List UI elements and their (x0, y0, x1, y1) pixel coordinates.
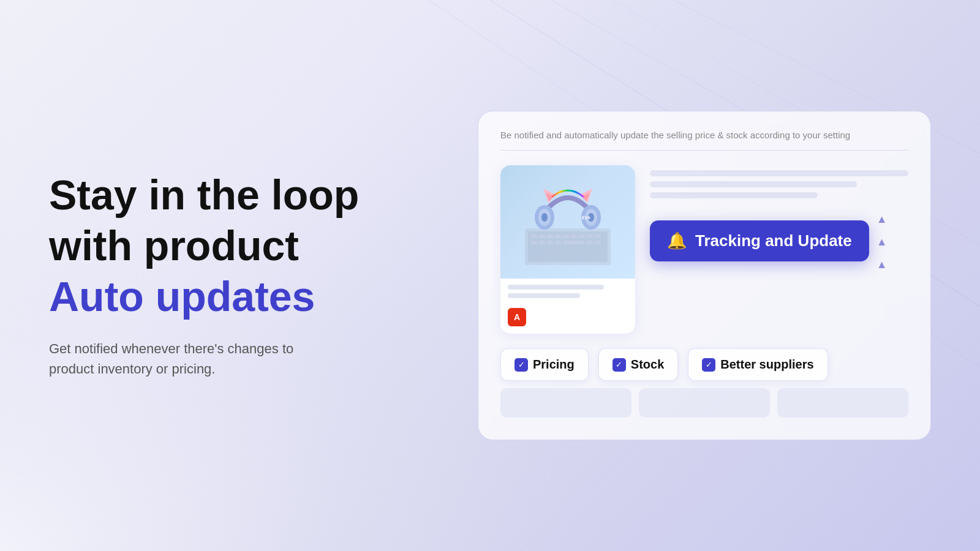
bar-row-3 (650, 192, 818, 198)
arrow-up-icon: ▲ (876, 213, 888, 226)
svg-rect-17 (595, 234, 601, 238)
aliexpress-logo: A (508, 308, 526, 326)
faded-box-1 (500, 388, 631, 418)
checkboxes-row: ✓ Pricing ✓ Stock ✓ Better suppliers (500, 348, 908, 381)
checkbox-stock[interactable]: ✓ Stock (598, 348, 678, 381)
card-right-content: 🔔 Tracking and Update ▲ ▲ ▲ (650, 165, 908, 271)
checkbox-label-suppliers: Better suppliers (720, 358, 813, 372)
svg-rect-14 (571, 234, 577, 238)
tracking-button-label: Tracking and Update (695, 231, 852, 250)
main-card: Be notified and automatically update the… (478, 111, 931, 440)
svg-rect-20 (547, 241, 553, 244)
svg-rect-12 (555, 234, 561, 238)
card-inner: EVA A (500, 165, 908, 334)
headline-accent: Auto updates (49, 273, 359, 319)
svg-rect-19 (539, 241, 545, 244)
tracking-button[interactable]: 🔔 Tracking and Update (650, 220, 869, 261)
bell-icon: 🔔 (667, 231, 687, 250)
svg-rect-11 (547, 234, 553, 238)
svg-rect-22 (563, 241, 584, 244)
card-subtitle: Be notified and automatically update the… (500, 130, 908, 151)
svg-rect-16 (587, 234, 593, 238)
arrows-column: ▲ ▲ ▲ (876, 211, 888, 271)
placeholder-bars (650, 170, 908, 198)
product-footer: A (500, 304, 635, 326)
check-icon-pricing: ✓ (514, 358, 528, 372)
svg-rect-18 (531, 241, 537, 244)
bar-row-1 (650, 170, 908, 176)
left-panel: Stay in the loop with product Auto updat… (49, 172, 359, 379)
right-panel: Be notified and automatically update the… (478, 111, 931, 440)
tracking-row: 🔔 Tracking and Update ▲ ▲ ▲ (650, 211, 908, 271)
arrow-down-icon: ▲ (876, 258, 888, 271)
svg-rect-10 (539, 234, 545, 238)
headline-line1: Stay in the loop (49, 172, 359, 218)
product-price-line (508, 293, 580, 298)
product-title-line (508, 285, 604, 290)
svg-rect-15 (579, 234, 585, 238)
checkbox-better-suppliers[interactable]: ✓ Better suppliers (688, 348, 827, 381)
check-icon-suppliers: ✓ (702, 358, 715, 372)
svg-rect-9 (531, 234, 537, 238)
svg-rect-13 (563, 234, 569, 238)
check-icon-stock: ✓ (612, 358, 626, 372)
svg-text:EVA: EVA (582, 216, 590, 220)
product-image: EVA (500, 165, 635, 279)
product-card: EVA A (500, 165, 635, 334)
svg-rect-23 (587, 241, 593, 244)
product-text-area (500, 279, 635, 304)
faded-box-3 (777, 388, 908, 418)
faded-box-2 (639, 388, 770, 418)
description-text: Get notified whenever there's changes to… (49, 339, 312, 379)
arrow-mid-icon: ▲ (876, 236, 888, 249)
svg-point-31 (541, 213, 548, 222)
checkbox-label-stock: Stock (631, 358, 664, 372)
bottom-faded-row (500, 388, 908, 418)
headline-line2: with product (49, 223, 359, 269)
bar-row-2 (650, 181, 857, 187)
checkbox-label-pricing: Pricing (533, 358, 575, 372)
checkbox-pricing[interactable]: ✓ Pricing (500, 348, 589, 381)
svg-rect-24 (595, 241, 601, 244)
svg-rect-21 (555, 241, 561, 244)
headphones-illustration: EVA (513, 173, 623, 271)
